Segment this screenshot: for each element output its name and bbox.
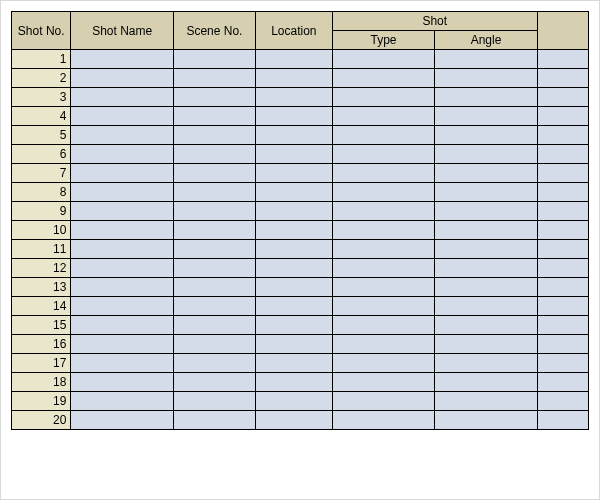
- cell-shot-type: [332, 240, 434, 259]
- cell-shot-type: [332, 259, 434, 278]
- table-row: 10: [12, 221, 589, 240]
- cell-shot-angle: [435, 145, 537, 164]
- cell-extra: [537, 297, 588, 316]
- table-row: 19: [12, 392, 589, 411]
- cell-location: [255, 88, 332, 107]
- header-location: Location: [255, 12, 332, 50]
- cell-scene-no: [173, 145, 255, 164]
- cell-shot-no: 2: [12, 69, 71, 88]
- cell-shot-no: 13: [12, 278, 71, 297]
- cell-shot-angle: [435, 278, 537, 297]
- cell-shot-name: [71, 126, 173, 145]
- cell-shot-no: 17: [12, 354, 71, 373]
- header-shot-group: Shot: [332, 12, 537, 31]
- cell-extra: [537, 316, 588, 335]
- cell-extra: [537, 354, 588, 373]
- cell-shot-name: [71, 202, 173, 221]
- cell-shot-angle: [435, 202, 537, 221]
- cell-shot-no: 10: [12, 221, 71, 240]
- cell-location: [255, 221, 332, 240]
- cell-extra: [537, 335, 588, 354]
- cell-location: [255, 392, 332, 411]
- cell-location: [255, 202, 332, 221]
- table-row: 8: [12, 183, 589, 202]
- cell-scene-no: [173, 164, 255, 183]
- table-header: Shot No. Shot Name Scene No. Location Sh…: [12, 12, 589, 50]
- cell-shot-type: [332, 69, 434, 88]
- cell-extra: [537, 278, 588, 297]
- cell-shot-no: 19: [12, 392, 71, 411]
- cell-shot-angle: [435, 335, 537, 354]
- cell-location: [255, 240, 332, 259]
- cell-location: [255, 107, 332, 126]
- cell-shot-name: [71, 335, 173, 354]
- cell-shot-no: 6: [12, 145, 71, 164]
- cell-shot-angle: [435, 354, 537, 373]
- cell-location: [255, 354, 332, 373]
- cell-shot-type: [332, 50, 434, 69]
- cell-shot-name: [71, 164, 173, 183]
- cell-shot-type: [332, 164, 434, 183]
- cell-shot-no: 5: [12, 126, 71, 145]
- cell-shot-type: [332, 88, 434, 107]
- cell-shot-no: 1: [12, 50, 71, 69]
- cell-shot-angle: [435, 297, 537, 316]
- cell-shot-name: [71, 297, 173, 316]
- cell-shot-no: 8: [12, 183, 71, 202]
- cell-shot-name: [71, 373, 173, 392]
- cell-shot-angle: [435, 221, 537, 240]
- cell-scene-no: [173, 88, 255, 107]
- table-row: 5: [12, 126, 589, 145]
- cell-location: [255, 335, 332, 354]
- cell-extra: [537, 183, 588, 202]
- table-row: 11: [12, 240, 589, 259]
- table-row: 9: [12, 202, 589, 221]
- cell-scene-no: [173, 278, 255, 297]
- table-row: 18: [12, 373, 589, 392]
- cell-location: [255, 316, 332, 335]
- cell-scene-no: [173, 392, 255, 411]
- header-shot-angle: Angle: [435, 31, 537, 50]
- cell-shot-type: [332, 221, 434, 240]
- cell-shot-type: [332, 373, 434, 392]
- cell-shot-type: [332, 107, 434, 126]
- cell-extra: [537, 202, 588, 221]
- cell-extra: [537, 221, 588, 240]
- header-shot-no: Shot No.: [12, 12, 71, 50]
- cell-extra: [537, 392, 588, 411]
- cell-extra: [537, 259, 588, 278]
- cell-shot-no: 14: [12, 297, 71, 316]
- cell-location: [255, 50, 332, 69]
- cell-shot-angle: [435, 240, 537, 259]
- cell-scene-no: [173, 202, 255, 221]
- cell-shot-name: [71, 316, 173, 335]
- cell-shot-angle: [435, 88, 537, 107]
- cell-shot-angle: [435, 392, 537, 411]
- cell-location: [255, 278, 332, 297]
- cell-extra: [537, 411, 588, 430]
- cell-shot-no: 15: [12, 316, 71, 335]
- cell-scene-no: [173, 316, 255, 335]
- cell-scene-no: [173, 126, 255, 145]
- cell-extra: [537, 88, 588, 107]
- cell-location: [255, 183, 332, 202]
- header-scene-no: Scene No.: [173, 12, 255, 50]
- cell-location: [255, 373, 332, 392]
- cell-shot-name: [71, 50, 173, 69]
- table-row: 1: [12, 50, 589, 69]
- cell-extra: [537, 50, 588, 69]
- cell-extra: [537, 126, 588, 145]
- cell-shot-type: [332, 411, 434, 430]
- cell-extra: [537, 107, 588, 126]
- cell-shot-name: [71, 221, 173, 240]
- cell-shot-no: 12: [12, 259, 71, 278]
- cell-shot-no: 7: [12, 164, 71, 183]
- cell-shot-no: 9: [12, 202, 71, 221]
- cell-shot-name: [71, 240, 173, 259]
- cell-shot-angle: [435, 164, 537, 183]
- cell-extra: [537, 240, 588, 259]
- cell-shot-no: 16: [12, 335, 71, 354]
- cell-shot-type: [332, 297, 434, 316]
- table-row: 16: [12, 335, 589, 354]
- table-row: 20: [12, 411, 589, 430]
